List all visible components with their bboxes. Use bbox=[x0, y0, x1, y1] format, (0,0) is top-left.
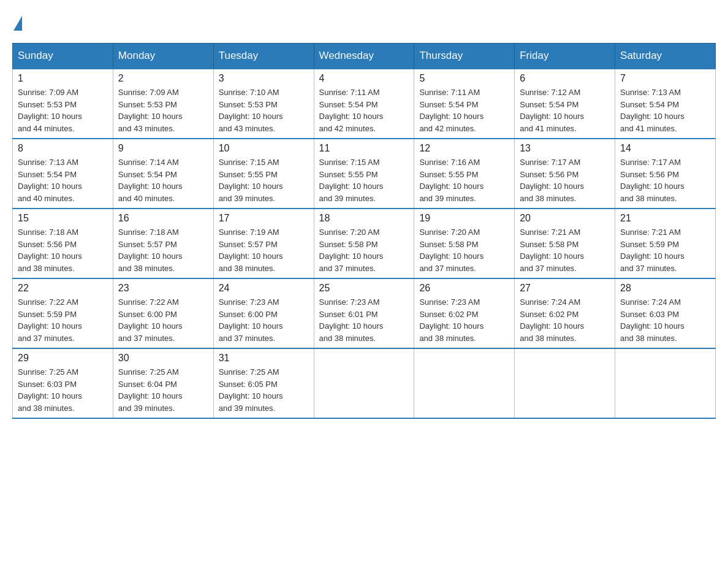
calendar-cell: 29 Sunrise: 7:25 AM Sunset: 6:03 PM Dayl… bbox=[13, 348, 113, 418]
day-number: 22 bbox=[18, 283, 108, 294]
calendar-cell: 28 Sunrise: 7:24 AM Sunset: 6:03 PM Dayl… bbox=[615, 278, 716, 348]
calendar-cell: 23 Sunrise: 7:22 AM Sunset: 6:00 PM Dayl… bbox=[113, 278, 213, 348]
calendar-cell: 7 Sunrise: 7:13 AM Sunset: 5:54 PM Dayli… bbox=[615, 69, 716, 139]
weekday-header-wednesday: Wednesday bbox=[314, 44, 414, 69]
day-info: Sunrise: 7:20 AM Sunset: 5:58 PM Dayligh… bbox=[319, 226, 409, 274]
calendar-cell: 10 Sunrise: 7:15 AM Sunset: 5:55 PM Dayl… bbox=[213, 139, 314, 209]
day-number: 20 bbox=[520, 213, 610, 224]
calendar-cell: 15 Sunrise: 7:18 AM Sunset: 5:56 PM Dayl… bbox=[13, 209, 113, 278]
calendar-cell: 3 Sunrise: 7:10 AM Sunset: 5:53 PM Dayli… bbox=[213, 69, 314, 139]
day-info: Sunrise: 7:19 AM Sunset: 5:57 PM Dayligh… bbox=[219, 226, 309, 274]
day-info: Sunrise: 7:24 AM Sunset: 6:02 PM Dayligh… bbox=[520, 296, 610, 344]
day-number: 6 bbox=[520, 73, 610, 84]
weekday-header-tuesday: Tuesday bbox=[213, 44, 314, 69]
calendar-week-3: 15 Sunrise: 7:18 AM Sunset: 5:56 PM Dayl… bbox=[13, 209, 716, 278]
day-number: 19 bbox=[419, 213, 509, 224]
page-header bbox=[12, 12, 716, 31]
calendar-cell: 31 Sunrise: 7:25 AM Sunset: 6:05 PM Dayl… bbox=[213, 348, 314, 418]
calendar-week-2: 8 Sunrise: 7:13 AM Sunset: 5:54 PM Dayli… bbox=[13, 139, 716, 209]
day-info: Sunrise: 7:20 AM Sunset: 5:58 PM Dayligh… bbox=[419, 226, 509, 274]
day-number: 29 bbox=[18, 353, 108, 364]
calendar-week-4: 22 Sunrise: 7:22 AM Sunset: 5:59 PM Dayl… bbox=[13, 278, 716, 348]
day-number: 12 bbox=[419, 143, 509, 154]
day-info: Sunrise: 7:13 AM Sunset: 5:54 PM Dayligh… bbox=[620, 86, 710, 134]
logo-triangle-icon bbox=[13, 16, 22, 31]
calendar-cell: 24 Sunrise: 7:23 AM Sunset: 6:00 PM Dayl… bbox=[213, 278, 314, 348]
day-info: Sunrise: 7:22 AM Sunset: 6:00 PM Dayligh… bbox=[118, 296, 208, 344]
day-number: 27 bbox=[520, 283, 610, 294]
calendar-cell: 12 Sunrise: 7:16 AM Sunset: 5:55 PM Dayl… bbox=[414, 139, 515, 209]
calendar-cell bbox=[414, 348, 515, 418]
day-number: 8 bbox=[18, 143, 108, 154]
calendar-cell: 11 Sunrise: 7:15 AM Sunset: 5:55 PM Dayl… bbox=[314, 139, 414, 209]
day-info: Sunrise: 7:15 AM Sunset: 5:55 PM Dayligh… bbox=[319, 156, 409, 204]
calendar-week-5: 29 Sunrise: 7:25 AM Sunset: 6:03 PM Dayl… bbox=[13, 348, 716, 418]
day-number: 24 bbox=[219, 283, 309, 294]
day-info: Sunrise: 7:12 AM Sunset: 5:54 PM Dayligh… bbox=[520, 86, 610, 134]
day-info: Sunrise: 7:09 AM Sunset: 5:53 PM Dayligh… bbox=[18, 86, 108, 134]
calendar-cell: 5 Sunrise: 7:11 AM Sunset: 5:54 PM Dayli… bbox=[414, 69, 515, 139]
day-info: Sunrise: 7:16 AM Sunset: 5:55 PM Dayligh… bbox=[419, 156, 509, 204]
calendar-cell: 27 Sunrise: 7:24 AM Sunset: 6:02 PM Dayl… bbox=[515, 278, 615, 348]
day-number: 17 bbox=[219, 213, 309, 224]
calendar-cell: 13 Sunrise: 7:17 AM Sunset: 5:56 PM Dayl… bbox=[515, 139, 615, 209]
calendar-cell: 20 Sunrise: 7:21 AM Sunset: 5:58 PM Dayl… bbox=[515, 209, 615, 278]
day-info: Sunrise: 7:17 AM Sunset: 5:56 PM Dayligh… bbox=[620, 156, 710, 204]
day-number: 4 bbox=[319, 73, 409, 84]
day-info: Sunrise: 7:25 AM Sunset: 6:05 PM Dayligh… bbox=[219, 366, 309, 414]
calendar-cell bbox=[515, 348, 615, 418]
weekday-header-sunday: Sunday bbox=[13, 44, 113, 69]
day-number: 7 bbox=[620, 73, 710, 84]
day-number: 10 bbox=[219, 143, 309, 154]
calendar-table: SundayMondayTuesdayWednesdayThursdayFrid… bbox=[12, 43, 716, 419]
day-number: 28 bbox=[620, 283, 710, 294]
calendar-cell bbox=[615, 348, 716, 418]
calendar-cell: 19 Sunrise: 7:20 AM Sunset: 5:58 PM Dayl… bbox=[414, 209, 515, 278]
day-info: Sunrise: 7:25 AM Sunset: 6:03 PM Dayligh… bbox=[18, 366, 108, 414]
day-number: 1 bbox=[18, 73, 108, 84]
day-number: 14 bbox=[620, 143, 710, 154]
day-info: Sunrise: 7:21 AM Sunset: 5:58 PM Dayligh… bbox=[520, 226, 610, 274]
calendar-cell: 14 Sunrise: 7:17 AM Sunset: 5:56 PM Dayl… bbox=[615, 139, 716, 209]
calendar-cell: 8 Sunrise: 7:13 AM Sunset: 5:54 PM Dayli… bbox=[13, 139, 113, 209]
weekday-header-thursday: Thursday bbox=[414, 44, 515, 69]
calendar-cell: 25 Sunrise: 7:23 AM Sunset: 6:01 PM Dayl… bbox=[314, 278, 414, 348]
day-number: 23 bbox=[118, 283, 208, 294]
day-number: 26 bbox=[419, 283, 509, 294]
calendar-cell: 9 Sunrise: 7:14 AM Sunset: 5:54 PM Dayli… bbox=[113, 139, 213, 209]
day-number: 31 bbox=[219, 353, 309, 364]
day-number: 13 bbox=[520, 143, 610, 154]
calendar-week-1: 1 Sunrise: 7:09 AM Sunset: 5:53 PM Dayli… bbox=[13, 69, 716, 139]
day-number: 11 bbox=[319, 143, 409, 154]
logo bbox=[12, 12, 22, 31]
day-info: Sunrise: 7:18 AM Sunset: 5:57 PM Dayligh… bbox=[118, 226, 208, 274]
calendar-cell bbox=[314, 348, 414, 418]
day-info: Sunrise: 7:25 AM Sunset: 6:04 PM Dayligh… bbox=[118, 366, 208, 414]
day-number: 3 bbox=[219, 73, 309, 84]
day-info: Sunrise: 7:23 AM Sunset: 6:00 PM Dayligh… bbox=[219, 296, 309, 344]
day-number: 25 bbox=[319, 283, 409, 294]
day-info: Sunrise: 7:15 AM Sunset: 5:55 PM Dayligh… bbox=[219, 156, 309, 204]
day-info: Sunrise: 7:23 AM Sunset: 6:01 PM Dayligh… bbox=[319, 296, 409, 344]
day-info: Sunrise: 7:11 AM Sunset: 5:54 PM Dayligh… bbox=[419, 86, 509, 134]
day-info: Sunrise: 7:22 AM Sunset: 5:59 PM Dayligh… bbox=[18, 296, 108, 344]
calendar-cell: 16 Sunrise: 7:18 AM Sunset: 5:57 PM Dayl… bbox=[113, 209, 213, 278]
day-info: Sunrise: 7:18 AM Sunset: 5:56 PM Dayligh… bbox=[18, 226, 108, 274]
day-info: Sunrise: 7:23 AM Sunset: 6:02 PM Dayligh… bbox=[419, 296, 509, 344]
day-info: Sunrise: 7:13 AM Sunset: 5:54 PM Dayligh… bbox=[18, 156, 108, 204]
day-number: 15 bbox=[18, 213, 108, 224]
calendar-cell: 30 Sunrise: 7:25 AM Sunset: 6:04 PM Dayl… bbox=[113, 348, 213, 418]
calendar-cell: 17 Sunrise: 7:19 AM Sunset: 5:57 PM Dayl… bbox=[213, 209, 314, 278]
weekday-header-saturday: Saturday bbox=[615, 44, 716, 69]
day-info: Sunrise: 7:14 AM Sunset: 5:54 PM Dayligh… bbox=[118, 156, 208, 204]
day-number: 30 bbox=[118, 353, 208, 364]
calendar-cell: 22 Sunrise: 7:22 AM Sunset: 5:59 PM Dayl… bbox=[13, 278, 113, 348]
calendar-cell: 4 Sunrise: 7:11 AM Sunset: 5:54 PM Dayli… bbox=[314, 69, 414, 139]
day-number: 18 bbox=[319, 213, 409, 224]
day-number: 21 bbox=[620, 213, 710, 224]
day-info: Sunrise: 7:11 AM Sunset: 5:54 PM Dayligh… bbox=[319, 86, 409, 134]
weekday-header-friday: Friday bbox=[515, 44, 615, 69]
calendar-cell: 2 Sunrise: 7:09 AM Sunset: 5:53 PM Dayli… bbox=[113, 69, 213, 139]
logo-icon bbox=[12, 12, 22, 31]
day-info: Sunrise: 7:21 AM Sunset: 5:59 PM Dayligh… bbox=[620, 226, 710, 274]
